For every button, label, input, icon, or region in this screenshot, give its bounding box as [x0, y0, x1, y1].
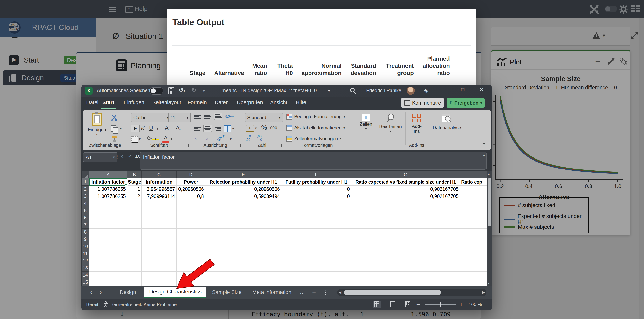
increase-indent-icon[interactable]: ⇥: [204, 136, 208, 142]
font-color-caret-icon[interactable]: ▾: [170, 137, 172, 141]
decrease-decimal-icon[interactable]: ,00 →0: [257, 135, 262, 142]
merge-center-icon[interactable]: [224, 125, 232, 132]
sheet-prev-icon[interactable]: ‹: [86, 289, 96, 295]
align-left-icon[interactable]: [194, 126, 201, 131]
sheet-more-icon[interactable]: ⋮: [320, 289, 332, 296]
row-header-6[interactable]: 6: [82, 214, 89, 221]
data-analysis-button[interactable]: Datenanalyse: [432, 114, 462, 130]
menu-daten[interactable]: Daten: [215, 100, 229, 106]
format-as-table-button[interactable]: Als Tabelle formatieren▾: [286, 125, 345, 131]
font-name-select[interactable]: Calibri▾: [131, 113, 171, 122]
share-button[interactable]: ⇧ Freigeben ▾: [446, 98, 484, 108]
window-close-button[interactable]: ×: [480, 86, 483, 93]
menu-datei[interactable]: Datei: [86, 100, 98, 106]
user-name[interactable]: Friedrich Pahlke: [366, 88, 401, 93]
comments-button[interactable]: Kommentare: [401, 98, 444, 108]
sheet-tab-design[interactable]: Design: [114, 289, 142, 295]
col-header-D[interactable]: D: [176, 171, 206, 178]
paste-button[interactable]: Einfügen ▾: [87, 113, 106, 136]
row-header-14[interactable]: 14: [82, 272, 89, 279]
window-minimize-button[interactable]: –: [444, 86, 447, 93]
sheet-next-icon[interactable]: ›: [96, 289, 106, 295]
copy-ribbon-icon[interactable]: [111, 125, 116, 132]
sheet-hscrollbar[interactable]: ◀ ▶: [337, 289, 486, 296]
grid-row-2[interactable]: 1,007786255 1 3,954996557 0,20960506 0,2…: [89, 186, 487, 193]
underline-caret-icon[interactable]: ▾: [156, 126, 158, 131]
row-header-7[interactable]: 7: [82, 221, 89, 229]
col-header-C[interactable]: C: [142, 171, 176, 178]
page-break-view-icon[interactable]: [404, 301, 412, 308]
zoom-out-icon[interactable]: –: [417, 301, 420, 307]
formula-input[interactable]: Inflation factor: [140, 152, 487, 170]
merge-caret-icon[interactable]: ▾: [232, 126, 234, 131]
col-header-H-partial[interactable]: [460, 171, 487, 178]
align-top-icon[interactable]: [194, 114, 201, 119]
borders-caret-icon[interactable]: ▾: [139, 137, 140, 141]
row-header-10[interactable]: 10: [82, 243, 89, 250]
name-box[interactable]: A1▾: [83, 152, 118, 162]
col-header-A[interactable]: A: [89, 171, 127, 178]
row-header-15[interactable]: 15: [82, 279, 89, 286]
grid-row-3[interactable]: 1,007786255 2 7,909993114 0,8 0,59039494…: [89, 193, 487, 200]
borders-icon[interactable]: [132, 136, 138, 143]
col-header-B[interactable]: B: [127, 171, 142, 178]
window-maximize-button[interactable]: □: [461, 87, 464, 93]
orientation-icon[interactable]: ab↗: [216, 133, 226, 143]
number-dialog-launcher[interactable]: [278, 144, 282, 147]
menu-formeln[interactable]: Formeln: [188, 100, 207, 106]
wrap-text-icon[interactable]: ab⮐: [225, 114, 234, 119]
page-layout-view-icon[interactable]: [389, 301, 396, 308]
row-header-11[interactable]: 11: [82, 250, 89, 257]
font-dialog-launcher[interactable]: [185, 144, 189, 147]
align-center-icon[interactable]: [204, 125, 212, 132]
increase-decimal-icon[interactable]: ←0 ,00: [246, 135, 251, 142]
title-caret-icon[interactable]: ▾: [328, 88, 330, 93]
align-bottom-icon[interactable]: [214, 112, 222, 120]
row-header-5[interactable]: 5: [82, 207, 89, 214]
conditional-formatting-button[interactable]: Bedingte Formatierung▾: [286, 114, 345, 119]
accessibility-icon[interactable]: [103, 301, 108, 307]
row-header-1[interactable]: 1: [82, 178, 89, 186]
menu-einfuegen[interactable]: Einfügen: [124, 100, 144, 106]
clipboard-dialog-launcher[interactable]: [124, 144, 127, 147]
zoom-slider[interactable]: [426, 304, 456, 305]
sheet-grid[interactable]: Inflation factor Stage Information Power…: [89, 178, 487, 286]
format-painter-icon[interactable]: [111, 136, 118, 142]
accounting-format-icon[interactable]: €: [246, 125, 254, 131]
diamond-icon[interactable]: ◈: [424, 87, 428, 94]
col-header-G[interactable]: G: [351, 171, 460, 178]
number-format-select[interactable]: Standard▾: [245, 113, 283, 122]
sheet-overflow-icon[interactable]: …: [296, 289, 308, 295]
undo-icon[interactable]: ↺▾: [179, 87, 185, 93]
menu-hilfe[interactable]: Hilfe: [296, 100, 306, 106]
fill-caret-icon[interactable]: ▾: [155, 137, 156, 141]
autosave-toggle[interactable]: [150, 87, 163, 94]
row-header-3[interactable]: 3: [82, 193, 89, 200]
underline-button[interactable]: U: [149, 125, 153, 131]
normal-view-icon[interactable]: [373, 301, 381, 308]
confirm-formula-icon[interactable]: ✓: [128, 153, 132, 159]
bold-button[interactable]: F: [131, 125, 140, 132]
excel-titlebar[interactable]: X Automatisches Speichern ↺▾ ↻ ▾ means -…: [82, 85, 492, 97]
addins-button[interactable]: Add-Ins: [408, 114, 426, 134]
status-accessibility[interactable]: Barrierefreiheit: Keine Probleme: [110, 302, 177, 307]
menu-ansicht[interactable]: Ansicht: [270, 100, 288, 106]
decrease-font-icon[interactable]: Av: [176, 125, 180, 131]
cancel-formula-icon[interactable]: ×: [120, 153, 123, 160]
font-color-icon[interactable]: A: [162, 135, 169, 144]
grid-row-1[interactable]: Inflation factor Stage Information Power…: [89, 178, 487, 186]
row-header-9[interactable]: 9: [82, 236, 89, 243]
sheet-tab-meta-information[interactable]: Meta information: [247, 289, 296, 295]
menu-seitenlayout[interactable]: Seitenlayout: [152, 100, 181, 106]
row-header-13[interactable]: 13: [82, 264, 89, 272]
redo-icon[interactable]: ↻: [192, 87, 196, 93]
user-avatar[interactable]: [406, 87, 415, 95]
align-dialog-launcher[interactable]: [237, 144, 240, 147]
editing-button[interactable]: Bearbeiten ▾: [378, 114, 403, 133]
accounting-caret-icon[interactable]: ▾: [255, 126, 257, 130]
formula-collapse-icon[interactable]: ▴: [483, 153, 485, 157]
zoom-level[interactable]: 100 %: [468, 302, 482, 307]
save-icon[interactable]: [168, 87, 174, 94]
row-header-8[interactable]: 8: [82, 229, 89, 236]
orientation-caret-icon[interactable]: ▾: [230, 137, 232, 141]
